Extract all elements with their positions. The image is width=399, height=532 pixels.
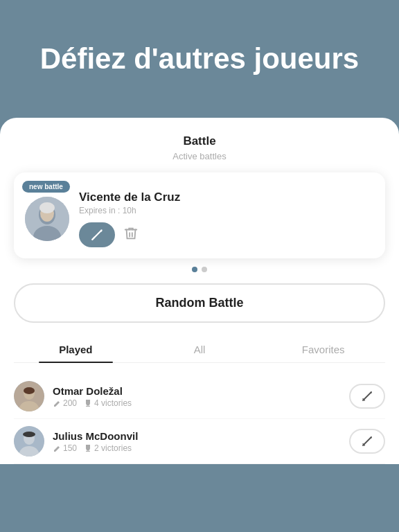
trash-button[interactable] [123,226,139,245]
player-score-2: 150 [53,443,77,453]
sword-button[interactable] [79,222,115,247]
tab-played[interactable]: Played [14,337,138,362]
player-row: Julius McDoonvil 150 2 [14,419,385,464]
player-stats-2: 150 2 victories [53,443,349,453]
new-battle-badge: new battle [22,181,70,193]
challenge-button-1[interactable] [349,384,385,409]
challenge-button-2[interactable] [349,429,385,454]
svg-rect-23 [86,451,90,452]
battle-expires: Expires in : 10h [79,206,374,215]
battle-actions [79,222,374,247]
player-info-2: Julius McDoonvil 150 2 [44,430,349,453]
player-victories-1: 4 victories [84,398,132,408]
svg-rect-22 [87,450,89,451]
player-info-1: Otmar Doležal 200 4 vi [44,385,349,408]
card-subtitle: Active battles [14,151,385,161]
player-score-1: 200 [53,398,77,408]
dot-1[interactable] [192,267,197,272]
battle-card: new battle Vicente de la Cruz Expires in… [14,172,385,258]
svg-point-21 [23,432,35,437]
battle-avatar [25,197,69,241]
svg-rect-14 [86,406,90,407]
pencil-icon-2 [53,444,61,452]
hero-section: Défiez d'autres joueurs [0,0,399,104]
player-name-1: Otmar Doležal [53,385,349,397]
svg-line-6 [92,238,94,240]
trophy-icon-2 [84,444,92,452]
challenge-sword-icon-2 [361,435,373,447]
player-row: Otmar Doležal 200 4 vi [14,374,385,419]
dot-2[interactable] [202,267,207,272]
tab-all[interactable]: All [138,337,262,362]
svg-point-4 [39,202,55,213]
hero-title: Défiez d'autres joueurs [28,42,371,76]
trophy-icon [84,399,92,407]
battle-info: Vicente de la Cruz Expires in : 10h [69,184,374,247]
trash-icon [123,226,139,241]
player-name-2: Julius McDoonvil [53,430,349,442]
svg-line-24 [363,437,371,445]
svg-line-15 [363,392,371,400]
svg-rect-13 [87,405,89,406]
random-battle-button[interactable]: Random Battle [14,283,385,323]
player-stats-1: 200 4 victories [53,398,349,408]
card-title: Battle [14,134,385,148]
sword-icon [90,228,104,242]
challenge-sword-icon [361,390,373,402]
player-avatar-1 [14,381,44,411]
carousel-dots [14,267,385,272]
main-card: Battle Active battles new battle Vicente… [0,118,399,464]
player-victories-2: 2 victories [84,443,132,453]
player-list: Otmar Doležal 200 4 vi [14,374,385,464]
battle-player-name: Vicente de la Cruz [79,190,374,204]
pencil-icon [53,399,61,407]
tabs: Played All Favorites [14,337,385,363]
player-avatar-2 [14,426,44,456]
svg-point-12 [24,387,35,394]
tab-favorites[interactable]: Favorites [261,337,385,362]
